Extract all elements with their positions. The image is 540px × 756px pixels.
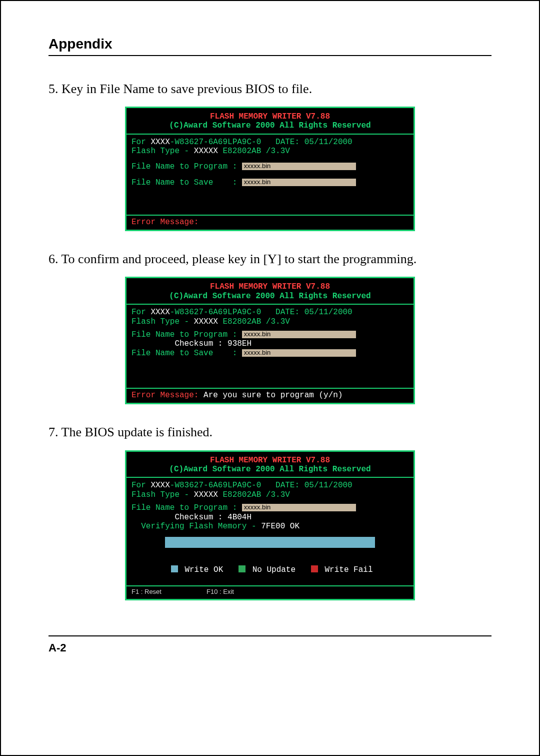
page-number: A-2 — [48, 641, 66, 654]
bios-screenshot-2: FLASH MEMORY WRITER V7.88 (C)Award Softw… — [125, 277, 415, 404]
date-value: 05/11/2000 — [304, 308, 352, 317]
checksum-value: 4B04H — [228, 513, 252, 522]
for-id: -W83627-6A69LPA9C-0 — [170, 481, 261, 490]
error-label: Error Message: — [132, 218, 198, 227]
error-message: Are you sure to program (y/n) — [198, 391, 342, 400]
for-id: -W83627-6A69LPA9C-0 — [170, 138, 261, 147]
for-xxxx: XXXX — [150, 138, 170, 147]
no-update-label: No Update — [248, 565, 296, 574]
bios-screenshot-3: FLASH MEMORY WRITER V7.88 (C)Award Softw… — [125, 450, 415, 601]
flash-xxxxx: XXXXX — [194, 490, 223, 499]
for-label: For — [132, 481, 150, 490]
step-5-text: 5. Key in File Name to save previous BIO… — [48, 80, 492, 98]
flash-type-label: Flash Type - — [132, 147, 194, 156]
for-xxxx: XXXX — [150, 308, 170, 317]
flash-xxxxx: XXXXX — [194, 147, 223, 156]
filename-program-input[interactable]: xxxxx.bin — [242, 331, 356, 338]
flash-chip: E82802AB /3.3V — [222, 317, 290, 326]
for-label: For — [132, 138, 150, 147]
screenshot-copyright: (C)Award Software 2000 All Rights Reserv… — [130, 121, 410, 130]
date-label: DATE: — [261, 481, 304, 490]
error-label: Error Message: — [132, 391, 198, 400]
write-ok-label: Write OK — [180, 565, 223, 574]
filename-program-input[interactable]: xxxxx.bin — [242, 504, 356, 511]
bios-screenshot-1: FLASH MEMORY WRITER V7.88 (C)Award Softw… — [125, 107, 415, 231]
section-heading: Appendix — [48, 36, 492, 56]
filename-program-label: File Name to Program : — [132, 162, 242, 171]
flash-xxxxx: XXXXX — [194, 317, 223, 326]
for-xxxx: XXXX — [150, 481, 170, 490]
date-label: DATE: — [261, 308, 304, 317]
date-value: 05/11/2000 — [304, 138, 352, 147]
screenshot-title: FLASH MEMORY WRITER V7.88 — [130, 282, 410, 291]
page-footer: A-2 — [48, 635, 492, 654]
progress-bar — [165, 537, 375, 548]
date-value: 05/11/2000 — [304, 481, 352, 490]
write-fail-label: Write Fail — [320, 565, 373, 574]
filename-program-label: File Name to Program : — [132, 330, 242, 339]
verify-label: Verifying Flash Memory - — [132, 522, 261, 531]
verify-value: 7FE00 OK — [261, 522, 300, 531]
checksum-label: Checksum : — [132, 339, 228, 348]
flash-chip: E82802AB /3.3V — [222, 147, 290, 156]
write-ok-swatch-icon — [171, 565, 178, 572]
f10-exit-hint: F10 : Exit — [206, 588, 234, 595]
for-label: For — [132, 308, 150, 317]
screenshot-copyright: (C)Award Software 2000 All Rights Reserv… — [130, 465, 410, 474]
flash-type-label: Flash Type - — [132, 317, 194, 326]
step-7-text: 7. The BIOS update is finished. — [48, 423, 492, 441]
screenshot-copyright: (C)Award Software 2000 All Rights Reserv… — [130, 292, 410, 301]
filename-program-input[interactable]: xxxxx.bin — [242, 163, 356, 170]
filename-save-label: File Name to Save : — [132, 349, 242, 358]
f1-reset-hint: F1 : Reset — [132, 588, 162, 595]
for-id: -W83627-6A69LPA9C-0 — [170, 308, 261, 317]
filename-save-input[interactable]: xxxxx.bin — [242, 179, 356, 186]
date-label: DATE: — [261, 138, 304, 147]
filename-save-label: File Name to Save : — [132, 178, 242, 187]
checksum-value: 938EH — [228, 339, 252, 348]
document-page: Appendix 5. Key in File Name to save pre… — [0, 0, 540, 756]
flash-type-label: Flash Type - — [132, 490, 194, 499]
screenshot-title: FLASH MEMORY WRITER V7.88 — [130, 112, 410, 121]
filename-save-input[interactable]: xxxxx.bin — [242, 349, 356, 357]
no-update-swatch-icon — [238, 565, 246, 572]
flash-chip: E82802AB /3.3V — [222, 490, 290, 499]
checksum-label: Checksum : — [132, 513, 228, 522]
step-6-text: 6. To confirm and proceed, please key in… — [48, 250, 492, 268]
legend-row: Write OK No Update Write Fail — [126, 555, 414, 585]
filename-program-label: File Name to Program : — [132, 503, 242, 512]
write-fail-swatch-icon — [311, 565, 318, 572]
screenshot-title: FLASH MEMORY WRITER V7.88 — [130, 456, 410, 465]
